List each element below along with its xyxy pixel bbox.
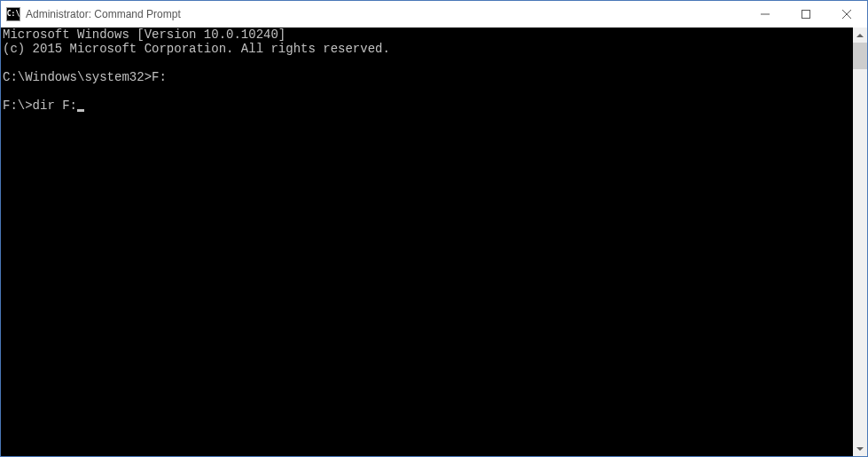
chevron-down-icon [856, 447, 864, 451]
scroll-track[interactable] [853, 43, 867, 441]
titlebar[interactable]: C:\ Administrator: Command Prompt [1, 1, 867, 28]
minimize-icon [761, 10, 770, 19]
window-title: Administrator: Command Prompt [26, 8, 745, 20]
close-icon [842, 10, 851, 19]
svg-marker-4 [856, 34, 864, 37]
terminal[interactable]: Microsoft Windows [Version 10.0.10240] (… [1, 28, 853, 456]
vertical-scrollbar[interactable] [853, 28, 867, 456]
terminal-line: F:\>dir F: [3, 98, 77, 113]
app-icon: C:\ [6, 7, 20, 21]
terminal-line: C:\Windows\system32>F: [3, 70, 167, 84]
terminal-line: (c) 2015 Microsoft Corporation. All righ… [3, 42, 390, 56]
svg-rect-1 [802, 11, 810, 19]
maximize-button[interactable] [786, 1, 826, 28]
scroll-thumb[interactable] [853, 43, 867, 69]
maximize-icon [802, 10, 810, 19]
scroll-down-arrow[interactable] [853, 441, 867, 456]
chevron-up-icon [856, 34, 864, 37]
svg-marker-5 [856, 447, 864, 451]
scroll-up-arrow[interactable] [853, 28, 867, 43]
close-button[interactable] [826, 1, 867, 28]
minimize-button[interactable] [745, 1, 786, 28]
command-prompt-window: C:\ Administrator: Command Prompt Micros… [0, 0, 868, 457]
cursor [77, 109, 84, 112]
terminal-area: Microsoft Windows [Version 10.0.10240] (… [1, 28, 867, 456]
terminal-line: Microsoft Windows [Version 10.0.10240] [3, 28, 285, 42]
caption-buttons [745, 1, 867, 28]
